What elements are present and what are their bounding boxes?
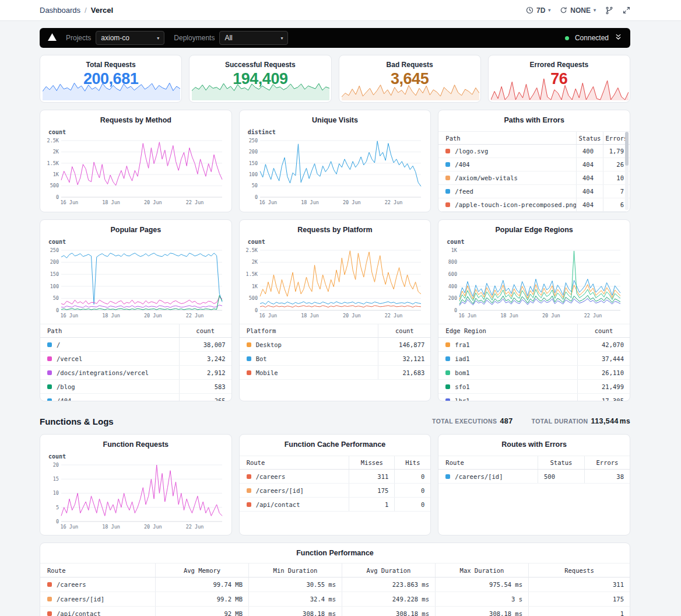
table-row[interactable]: Bot32,121 [240,352,431,366]
projects-select[interactable]: axiom-co ▾ [96,31,164,45]
deployments-select-value: All [224,34,232,42]
column-header[interactable]: count [179,324,231,337]
popular-edge-regions-chart[interactable]: 02004006008001K16 Jun18 Jun20 Jun22 Jun [443,247,625,319]
row-value-cell: 500 [538,470,584,483]
fork-dashboard-button[interactable] [605,6,613,15]
svg-text:20 Jun: 20 Jun [144,200,162,205]
row-value-cell: 308.18 ms [248,607,342,616]
svg-text:50: 50 [53,295,59,301]
svg-text:10: 10 [53,490,59,496]
table-row[interactable]: /careers/[id]1750 [240,484,431,498]
table-row[interactable]: /careers/[id]50038 [438,470,630,484]
column-header[interactable]: Hits [394,456,430,469]
breadcrumb-dashboards-link[interactable]: Dashboards [40,6,80,15]
table-row[interactable]: /apple-touch-icon-precomposed.png4046 [438,198,630,212]
metric-value: 487 [500,417,513,425]
deployments-select[interactable]: All ▾ [219,31,288,45]
table-row[interactable]: /vercel3,242 [40,352,231,366]
column-header[interactable]: Max Duration [435,564,528,577]
metric-label: TOTAL DURATION [532,418,588,425]
svg-text:1K: 1K [252,284,258,289]
svg-text:20 Jun: 20 Jun [542,313,560,318]
stat-value: 200,681 [40,70,181,88]
table-row[interactable]: fra142,070 [438,338,630,352]
row-label-cell: /404 [438,158,576,171]
column-header[interactable]: Misses [349,456,394,469]
connection-status-label: Connected [575,34,609,42]
stat-card-bad-requests: Bad Requests 3,645 [339,55,481,103]
svg-text:22 Jun: 22 Jun [385,313,403,318]
auto-refresh-button[interactable]: NONE ▾ [560,6,596,15]
time-range-button[interactable]: 7D ▾ [526,6,550,15]
series-color-marker [445,149,450,153]
table-row[interactable]: /logo.svg4001,79 [438,145,630,158]
caret-down-icon: ▾ [594,8,596,13]
row-value-cell: 311 [349,470,394,483]
table-row[interactable]: /api/contact10 [240,498,431,512]
panel-title: Function Cache Performance [240,435,431,450]
table-row[interactable]: /careers/[id]99.2 MB32.4 ms249.228 ms3 s… [40,592,630,607]
scrollbar-thumb[interactable] [625,132,629,166]
table-row[interactable]: bom126,110 [438,366,630,380]
column-header[interactable]: Edge Region [438,324,577,337]
table-row[interactable]: /docs/integrations/vercel2,912 [40,366,231,380]
svg-text:18 Jun: 18 Jun [102,313,120,318]
panel-popular-edge-regions: Popular Edge Regions count 0200400600800… [438,219,630,401]
column-header[interactable]: Route [438,456,538,469]
svg-text:1.5K: 1.5K [246,271,258,277]
svg-text:1.5K: 1.5K [47,160,59,166]
table-row[interactable]: /api/contact92 MB308.18 ms308.18 ms308.1… [40,607,630,616]
svg-text:50: 50 [252,183,258,188]
column-header[interactable]: Status [576,132,603,144]
popular-pages-table: Pathcount/38,007/vercel3,242/docs/integr… [40,324,231,401]
svg-text:500: 500 [50,183,58,188]
row-value-cell: 30.55 ms [248,578,342,592]
column-header[interactable]: count [577,324,630,337]
row-value-cell: 223.863 ms [342,578,435,592]
y-axis-unit-label: count [48,453,231,460]
table-row[interactable]: /careers99.74 MB30.55 ms223.863 ms975.54… [40,578,630,592]
svg-text:22 Jun: 22 Jun [584,313,602,318]
function-requests-chart[interactable]: 0510152016 Jun18 Jun20 Jun22 Jun [45,461,227,530]
vercel-toolbar: Projects axiom-co ▾ Deployments All ▾ Co… [40,28,630,48]
table-row[interactable]: Desktop146,877 [240,338,431,352]
table-row[interactable]: /careers3110 [240,470,431,484]
requests-by-method-chart[interactable]: 05001K1.5K2K2.5K16 Jun18 Jun20 Jun22 Jun [45,137,227,206]
table-row[interactable]: /40440426 [438,158,630,172]
svg-text:5: 5 [56,505,59,510]
column-header[interactable]: Route [40,564,155,577]
svg-text:18 Jun: 18 Jun [102,524,120,530]
vercel-logo-icon [48,33,57,43]
column-header[interactable]: count [378,324,430,337]
column-header[interactable]: Avg Memory [155,564,248,577]
table-row[interactable]: /blog583 [40,380,231,394]
row-label-cell: lhr1 [438,394,577,401]
panel-title: Paths with Errors [438,110,630,125]
collapse-toolbar-button[interactable] [615,33,622,43]
column-header[interactable]: Min Duration [248,564,342,577]
column-header[interactable]: Path [438,132,576,144]
table-row[interactable]: iad137,444 [438,352,630,366]
table-row[interactable]: /feed4047 [438,185,630,198]
column-header[interactable]: Route [240,456,349,469]
table-row[interactable]: Mobile21,683 [240,366,431,380]
table-row[interactable]: /404265 [40,394,231,401]
column-header[interactable]: Status [538,456,584,469]
popular-pages-chart[interactable]: 05010015020025016 Jun18 Jun20 Jun22 Jun [45,247,227,319]
table-row[interactable]: lhr117,305 [438,394,630,401]
table-row[interactable]: sfo121,499 [438,380,630,394]
column-header[interactable]: Errors [584,456,630,469]
svg-text:100: 100 [50,284,58,289]
fullscreen-button[interactable] [623,6,630,14]
table-row[interactable]: /38,007 [40,338,231,352]
svg-text:0: 0 [56,307,59,313]
table-row[interactable]: /axiom/web-vitals40410 [438,172,630,185]
svg-text:22 Jun: 22 Jun [186,313,204,318]
column-header[interactable]: Avg Duration [342,564,435,577]
column-header[interactable]: Platform [240,324,378,337]
y-axis-unit-label: count [447,239,630,246]
requests-by-platform-chart[interactable]: 05001K1.5K2K2.5K16 Jun18 Jun20 Jun22 Jun [244,247,426,319]
column-header[interactable]: Requests [528,564,630,577]
unique-visits-chart[interactable]: 05010015020025016 Jun18 Jun20 Jun22 Jun [244,137,426,206]
column-header[interactable]: Path [40,324,179,337]
